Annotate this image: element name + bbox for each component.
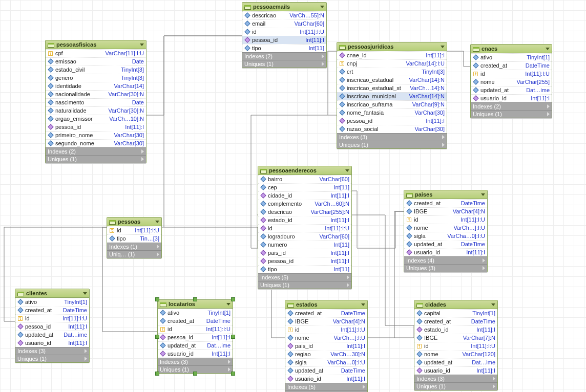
column-row[interactable]: nomeVarCh…]:I:U (285, 334, 367, 342)
column-row[interactable]: cidade_idInt[11]:I (258, 191, 351, 200)
column-row[interactable]: created_atDateTime (285, 309, 367, 317)
column-row[interactable]: nomeVarCh…]:I:U (404, 224, 487, 232)
column-row[interactable]: descricaoVarCh…55]:N (242, 11, 326, 19)
column-row[interactable]: inscricao_suframaVarChar[9]:N (337, 100, 447, 108)
column-row[interactable]: IBGEVarChar[4]:N (404, 207, 487, 215)
column-row[interactable]: pais_idInt[11]:I (258, 249, 351, 257)
table-footer[interactable]: Indexes (2) (471, 102, 552, 110)
column-row[interactable]: inscricao_municipalVarChar[14]:N (337, 92, 447, 100)
table-header[interactable]: pessoaenderecos (258, 166, 351, 175)
column-row[interactable]: nacionalidadeVarChar[30]:N (46, 90, 146, 98)
column-row[interactable]: primeiro_nomeVarChar[30] (46, 131, 146, 139)
column-row[interactable]: cnae_idInt[11]:I (337, 51, 447, 59)
column-row[interactable]: ⚿cpfVarChar[11]:I:U (46, 49, 146, 57)
column-row[interactable]: ⚿idInt[11]:I:U (414, 342, 497, 350)
column-row[interactable]: created_atDateTime (158, 317, 233, 325)
column-row[interactable]: emailVarChar[60] (242, 19, 326, 28)
column-row[interactable]: ativoTinyInt[1] (158, 309, 233, 317)
table-pessoasjuridicas[interactable]: pessoasjuridicascnae_idInt[11]:I⚿cnpjVar… (337, 42, 447, 149)
table-footer[interactable]: Indexes (2) (242, 52, 326, 60)
column-row[interactable]: segundo_nomeVarChar[30] (46, 139, 146, 147)
column-row[interactable]: IBGEVarChar[4]:N (285, 317, 367, 325)
column-row[interactable]: created_atDateTime (15, 306, 89, 314)
column-row[interactable]: created_atDateTime (414, 317, 497, 325)
chevron-down-icon[interactable] (140, 43, 144, 46)
table-pessoas[interactable]: pessoas⚿idInt[11]:I:UtipoTin…[3]Indexes … (107, 217, 162, 258)
column-row[interactable]: usuario_idInt[11]:I (471, 94, 552, 102)
table-footer[interactable]: Indexes (3) (15, 347, 89, 355)
column-row[interactable]: nome_fantasiaVarChar[30] (337, 108, 447, 117)
column-row[interactable]: ⚿idInt[11]:I:U (158, 325, 233, 333)
column-row[interactable]: ativoTinyInt[1] (15, 298, 89, 306)
table-header[interactable]: pessoasfisicas (46, 40, 146, 49)
column-row[interactable]: descricaoVarChar[255]:N (258, 208, 351, 216)
chevron-down-icon[interactable] (481, 193, 485, 196)
column-row[interactable]: tipoTin…[3] (107, 234, 161, 243)
column-row[interactable]: ⚿idInt[11]:I:U (107, 226, 161, 234)
column-row[interactable]: estado_idInt[11]:I (258, 216, 351, 224)
resize-handle[interactable] (193, 297, 197, 301)
resize-handle[interactable] (155, 372, 159, 376)
erd-canvas[interactable]: pessoasfisicas⚿cpfVarChar[11]:I:Uemissao… (0, 0, 586, 392)
resize-handle[interactable] (155, 335, 159, 339)
chevron-down-icon[interactable] (345, 169, 349, 172)
column-row[interactable]: naturalidadeVarChar[30]:N (46, 106, 146, 115)
chevron-down-icon[interactable] (155, 221, 159, 223)
table-header[interactable]: pessoaemails (242, 3, 326, 11)
resize-handle[interactable] (231, 335, 235, 339)
column-row[interactable]: ⚿idInt[11]:I:U (404, 215, 487, 224)
resize-handle[interactable] (155, 297, 159, 301)
table-paises[interactable]: paisescreated_atDateTimeIBGEVarChar[4]:N… (404, 190, 488, 272)
column-row[interactable]: tipoInt[11] (258, 265, 351, 273)
table-footer[interactable]: Uniques (1) (337, 141, 447, 148)
column-row[interactable]: pessoa_idInt[11]:I (242, 36, 326, 44)
table-footer[interactable]: Uniques (1) (15, 355, 89, 362)
column-row[interactable]: generoTinyInt[3] (46, 74, 146, 82)
table-footer[interactable]: Indexes (3) (414, 375, 497, 382)
column-row[interactable]: updated_atDat…ime (158, 341, 233, 350)
column-row[interactable]: emissaoDate (46, 57, 146, 66)
column-row[interactable]: IBGEVarChar[7]:N (414, 334, 497, 342)
column-row[interactable]: pessoa_idInt[11]:I (337, 117, 447, 125)
table-footer[interactable]: Uniques (1) (471, 110, 552, 118)
table-footer[interactable]: Uniques (1) (258, 281, 351, 289)
table-footer[interactable]: Indexes (5) (258, 273, 351, 281)
column-row[interactable]: idInt[11]:I:U (242, 28, 326, 36)
table-estados[interactable]: estadoscreated_atDateTimeIBGEVarChar[4]:… (285, 300, 368, 392)
chevron-down-icon[interactable] (226, 303, 231, 306)
column-row[interactable]: bairroVarChar[60] (258, 175, 351, 183)
table-footer[interactable]: Indexes (1) (107, 243, 161, 250)
table-footer[interactable]: Uniques (1) (414, 382, 497, 390)
column-row[interactable]: logradouroVarChar[60] (258, 232, 351, 241)
column-row[interactable]: pessoa_idInt[11]:I (46, 123, 146, 131)
column-row[interactable]: usuario_idInt[11]:I (15, 339, 89, 347)
table-footer[interactable]: Indexes (4) (404, 256, 487, 264)
column-row[interactable]: nascimentoDate (46, 98, 146, 106)
column-row[interactable]: pais_idInt[11]:I (285, 342, 367, 350)
column-row[interactable]: ⚿idInt[11]:I:U (15, 314, 89, 322)
column-row[interactable]: usuario_idInt[11]:I (414, 366, 497, 375)
table-footer[interactable]: Indexes (5) (285, 383, 367, 390)
column-row[interactable]: identidadeVarChar[14] (46, 82, 146, 90)
column-row[interactable]: created_atDateTime (404, 199, 487, 207)
column-row[interactable]: ⚿idInt[11]:I:U (285, 325, 367, 334)
column-row[interactable]: idInt[11]:I:U (258, 224, 351, 232)
chevron-down-icon[interactable] (491, 303, 495, 306)
table-header[interactable]: pessoas (107, 217, 161, 226)
table-footer[interactable]: Uniques (3) (404, 264, 487, 272)
chevron-down-icon[interactable] (441, 46, 445, 48)
table-cidades[interactable]: cidadescapitalTinyInt[1]created_atDateTi… (414, 300, 498, 390)
table-header[interactable]: cnaes (471, 45, 552, 53)
column-row[interactable]: ativoTinyInt[1] (471, 53, 552, 61)
column-row[interactable]: tipoInt[11] (242, 44, 326, 52)
column-row[interactable]: numeroInt[11] (258, 241, 351, 249)
column-row[interactable]: created_atDateTime (471, 61, 552, 70)
chevron-down-icon[interactable] (546, 48, 550, 50)
table-footer[interactable]: Uniques (1) (46, 155, 146, 163)
table-header[interactable]: pessoasjuridicas (337, 42, 447, 51)
column-row[interactable]: razao_socialVarChar[30] (337, 125, 447, 133)
column-row[interactable]: usuario_idInt[11]:I (285, 375, 367, 383)
column-row[interactable]: usuario_idInt[11]:I (404, 248, 487, 256)
table-header[interactable]: paises (404, 190, 487, 199)
column-row[interactable]: nomeVarChar[120] (414, 350, 497, 358)
